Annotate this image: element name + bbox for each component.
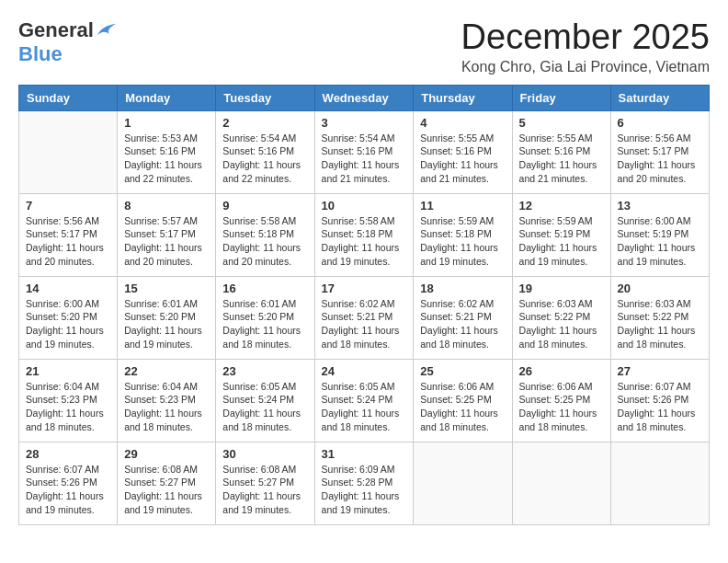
day-info: Sunrise: 5:56 AMSunset: 5:17 PMDaylight:…	[618, 132, 702, 186]
day-number: 24	[322, 364, 407, 378]
day-number: 16	[222, 282, 307, 295]
calendar-cell: 24Sunrise: 6:05 AMSunset: 5:24 PMDayligh…	[314, 359, 414, 442]
day-info: Sunrise: 5:54 AMSunset: 5:16 PMDaylight:…	[222, 132, 307, 186]
day-info: Sunrise: 6:07 AMSunset: 5:26 PMDaylight:…	[26, 463, 110, 517]
day-info: Sunrise: 6:08 AMSunset: 5:27 PMDaylight:…	[124, 463, 209, 517]
day-info: Sunrise: 5:55 AMSunset: 5:16 PMDaylight:…	[420, 132, 505, 186]
day-info: Sunrise: 6:07 AMSunset: 5:26 PMDaylight:…	[618, 380, 702, 434]
day-number: 31	[322, 447, 407, 461]
calendar-cell: 17Sunrise: 6:02 AMSunset: 5:21 PMDayligh…	[314, 276, 414, 359]
day-info: Sunrise: 6:05 AMSunset: 5:24 PMDaylight:…	[222, 380, 307, 434]
weekday-header-tuesday: Tuesday	[216, 85, 314, 110]
day-number: 20	[618, 282, 702, 295]
day-info: Sunrise: 5:55 AMSunset: 5:16 PMDaylight:…	[519, 132, 604, 186]
calendar-cell: 23Sunrise: 6:05 AMSunset: 5:24 PMDayligh…	[216, 359, 314, 442]
calendar-cell: 20Sunrise: 6:03 AMSunset: 5:22 PMDayligh…	[610, 276, 709, 359]
day-number: 2	[222, 116, 307, 130]
weekday-header-friday: Friday	[512, 85, 610, 110]
day-info: Sunrise: 5:58 AMSunset: 5:18 PMDaylight:…	[222, 214, 307, 269]
calendar-cell: 12Sunrise: 5:59 AMSunset: 5:19 PMDayligh…	[512, 193, 610, 276]
day-info: Sunrise: 6:03 AMSunset: 5:22 PMDaylight:…	[618, 297, 702, 351]
day-number: 11	[420, 199, 505, 213]
calendar-cell: 29Sunrise: 6:08 AMSunset: 5:27 PMDayligh…	[118, 442, 216, 524]
calendar-cell: 8Sunrise: 5:57 AMSunset: 5:17 PMDaylight…	[118, 193, 216, 276]
calendar-cell	[610, 442, 709, 524]
day-number: 5	[519, 116, 604, 130]
day-info: Sunrise: 6:01 AMSunset: 5:20 PMDaylight:…	[222, 297, 307, 351]
week-row-3: 14Sunrise: 6:00 AMSunset: 5:20 PMDayligh…	[19, 276, 710, 359]
calendar-cell: 9Sunrise: 5:58 AMSunset: 5:18 PMDaylight…	[216, 193, 314, 276]
calendar-cell: 27Sunrise: 6:07 AMSunset: 5:26 PMDayligh…	[610, 359, 709, 442]
day-number: 14	[26, 282, 110, 295]
calendar-cell: 1Sunrise: 5:53 AMSunset: 5:16 PMDaylight…	[118, 110, 216, 193]
day-number: 13	[618, 199, 702, 213]
week-row-4: 21Sunrise: 6:04 AMSunset: 5:23 PMDayligh…	[19, 359, 710, 442]
day-number: 7	[26, 199, 110, 213]
location-subtitle: Kong Chro, Gia Lai Province, Vietnam	[461, 59, 710, 75]
calendar-cell: 6Sunrise: 5:56 AMSunset: 5:17 PMDaylight…	[610, 110, 709, 193]
day-info: Sunrise: 5:58 AMSunset: 5:18 PMDaylight:…	[322, 214, 407, 269]
calendar-cell: 11Sunrise: 5:59 AMSunset: 5:18 PMDayligh…	[414, 193, 512, 276]
calendar-cell	[414, 442, 512, 524]
day-number: 8	[124, 199, 209, 213]
day-info: Sunrise: 6:05 AMSunset: 5:24 PMDaylight:…	[322, 380, 407, 434]
week-row-1: 1Sunrise: 5:53 AMSunset: 5:16 PMDaylight…	[19, 110, 710, 193]
day-number: 1	[124, 116, 209, 130]
weekday-header-wednesday: Wednesday	[314, 85, 414, 110]
calendar-cell: 31Sunrise: 6:09 AMSunset: 5:28 PMDayligh…	[314, 442, 414, 524]
calendar-cell: 26Sunrise: 6:06 AMSunset: 5:25 PMDayligh…	[512, 359, 610, 442]
calendar-cell: 22Sunrise: 6:04 AMSunset: 5:23 PMDayligh…	[118, 359, 216, 442]
day-number: 28	[26, 447, 110, 461]
calendar-cell: 15Sunrise: 6:01 AMSunset: 5:20 PMDayligh…	[118, 276, 216, 359]
month-title: December 2025	[461, 18, 710, 57]
day-number: 21	[26, 364, 110, 378]
weekday-header-row: SundayMondayTuesdayWednesdayThursdayFrid…	[19, 85, 710, 110]
weekday-header-sunday: Sunday	[19, 85, 118, 110]
day-info: Sunrise: 5:53 AMSunset: 5:16 PMDaylight:…	[124, 132, 209, 186]
calendar-cell	[19, 110, 118, 193]
calendar-cell: 19Sunrise: 6:03 AMSunset: 5:22 PMDayligh…	[512, 276, 610, 359]
day-info: Sunrise: 5:54 AMSunset: 5:16 PMDaylight:…	[322, 132, 407, 186]
calendar-cell: 7Sunrise: 5:56 AMSunset: 5:17 PMDaylight…	[19, 193, 118, 276]
day-number: 17	[322, 282, 407, 295]
day-info: Sunrise: 6:01 AMSunset: 5:20 PMDaylight:…	[124, 297, 209, 351]
day-number: 4	[420, 116, 505, 130]
calendar-cell: 2Sunrise: 5:54 AMSunset: 5:16 PMDaylight…	[216, 110, 314, 193]
day-number: 19	[519, 282, 604, 295]
day-info: Sunrise: 6:04 AMSunset: 5:23 PMDaylight:…	[124, 380, 209, 434]
logo-bird-icon	[96, 21, 118, 40]
day-info: Sunrise: 6:02 AMSunset: 5:21 PMDaylight:…	[420, 297, 505, 351]
week-row-2: 7Sunrise: 5:56 AMSunset: 5:17 PMDaylight…	[19, 193, 710, 276]
day-number: 25	[420, 364, 505, 378]
week-row-5: 28Sunrise: 6:07 AMSunset: 5:26 PMDayligh…	[19, 442, 710, 524]
day-info: Sunrise: 5:57 AMSunset: 5:17 PMDaylight:…	[124, 214, 209, 269]
day-number: 27	[618, 364, 702, 378]
day-number: 26	[519, 364, 604, 378]
logo: General Blue	[18, 18, 118, 66]
calendar-cell: 4Sunrise: 5:55 AMSunset: 5:16 PMDaylight…	[414, 110, 512, 193]
calendar-table: SundayMondayTuesdayWednesdayThursdayFrid…	[18, 85, 710, 525]
day-number: 18	[420, 282, 505, 295]
day-number: 6	[618, 116, 702, 130]
day-info: Sunrise: 6:06 AMSunset: 5:25 PMDaylight:…	[519, 380, 604, 434]
calendar-cell: 3Sunrise: 5:54 AMSunset: 5:16 PMDaylight…	[314, 110, 414, 193]
day-info: Sunrise: 6:00 AMSunset: 5:19 PMDaylight:…	[618, 214, 702, 269]
calendar-cell: 30Sunrise: 6:08 AMSunset: 5:27 PMDayligh…	[216, 442, 314, 524]
weekday-header-saturday: Saturday	[610, 85, 709, 110]
day-info: Sunrise: 6:06 AMSunset: 5:25 PMDaylight:…	[420, 380, 505, 434]
day-info: Sunrise: 6:08 AMSunset: 5:27 PMDaylight:…	[222, 463, 307, 517]
page-container: General Blue December 2025 Kong Chro, Gi…	[18, 18, 710, 525]
day-number: 10	[322, 199, 407, 213]
day-info: Sunrise: 6:09 AMSunset: 5:28 PMDaylight:…	[322, 463, 407, 517]
calendar-cell: 14Sunrise: 6:00 AMSunset: 5:20 PMDayligh…	[19, 276, 118, 359]
calendar-cell: 10Sunrise: 5:58 AMSunset: 5:18 PMDayligh…	[314, 193, 414, 276]
calendar-cell: 5Sunrise: 5:55 AMSunset: 5:16 PMDaylight…	[512, 110, 610, 193]
day-info: Sunrise: 6:03 AMSunset: 5:22 PMDaylight:…	[519, 297, 604, 351]
calendar-cell	[512, 442, 610, 524]
day-number: 12	[519, 199, 604, 213]
day-info: Sunrise: 6:04 AMSunset: 5:23 PMDaylight:…	[26, 380, 110, 434]
day-number: 29	[124, 447, 209, 461]
weekday-header-monday: Monday	[118, 85, 216, 110]
calendar-cell: 18Sunrise: 6:02 AMSunset: 5:21 PMDayligh…	[414, 276, 512, 359]
day-number: 15	[124, 282, 209, 295]
